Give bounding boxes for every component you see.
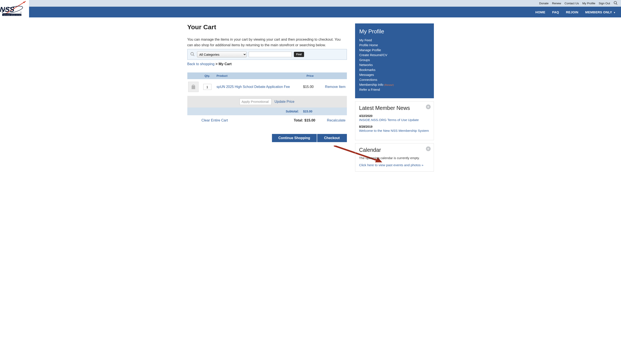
clear-cart-link[interactable]: Clear Entire Cart xyxy=(202,118,228,122)
storefront-search: All Categories Find xyxy=(187,49,347,60)
membership-info-link[interactable]: Membership Info xyxy=(359,83,383,86)
news-panel-title: Latest Member News xyxy=(359,105,430,111)
main-nav: HOME FAQ REJOIN MEMBERS ONLY ▼ xyxy=(0,7,621,17)
svg-text:NATIONAL SPACE SOCIETY: NATIONAL SPACE SOCIETY xyxy=(3,15,22,16)
header-product: Product xyxy=(215,74,293,77)
product-thumbnail xyxy=(188,82,199,92)
nss-logo[interactable]: NSS NATIONAL SPACE SOCIETY ® xyxy=(0,0,29,18)
news-item: 4/22/2020 INSIDE.NSS.ORG Terms of Use Up… xyxy=(359,114,430,122)
cart-table: Qty. Product Price spUN 2025 High School… xyxy=(187,72,347,125)
my-profile-panel: My Profile My Feed Profile Home Manage P… xyxy=(355,23,434,98)
calendar-panel-title: Calendar xyxy=(359,147,430,153)
recalculate-link[interactable]: Recalculate xyxy=(327,118,345,122)
past-events-link[interactable]: Click here to view past events and photo… xyxy=(359,163,424,167)
item-price: $15.00 xyxy=(293,85,317,89)
search-input[interactable] xyxy=(249,52,292,57)
quantity-input[interactable] xyxy=(203,84,211,90)
svg-point-9 xyxy=(190,52,193,55)
checkout-button[interactable]: Checkout xyxy=(317,134,347,142)
news-link[interactable]: INSIDE.NSS.ORG Terms of Use Update xyxy=(359,118,419,122)
page-title: Your Cart xyxy=(187,23,347,31)
profile-feed-link[interactable]: My Feed xyxy=(359,38,372,42)
total-label: Total: xyxy=(294,118,303,122)
messages-link[interactable]: Messages xyxy=(359,73,374,77)
svg-text:®: ® xyxy=(20,12,21,13)
search-icon[interactable] xyxy=(613,1,618,6)
sign-out-link[interactable]: Sign Out xyxy=(599,2,610,5)
news-item: 8/28/2019 Welcome to the New NSS Members… xyxy=(359,125,430,133)
subtotal-value: $15.00 xyxy=(303,110,312,113)
breadcrumb: Back to shopping > My Cart xyxy=(187,62,347,66)
category-select[interactable]: All Categories xyxy=(197,51,246,57)
nav-faq[interactable]: FAQ xyxy=(552,10,559,14)
plus-icon[interactable]: + xyxy=(426,146,431,151)
svg-rect-11 xyxy=(192,86,195,89)
subtotal-label: Subtotal: xyxy=(286,110,299,113)
breadcrumb-separator: > xyxy=(214,62,219,66)
renew-link[interactable]: Renew xyxy=(552,2,561,5)
news-date: 8/28/2019 xyxy=(359,125,430,128)
profile-panel-title: My Profile xyxy=(359,28,430,35)
header-qty: Qty. xyxy=(200,74,215,77)
find-button[interactable]: Find xyxy=(294,52,304,57)
cart-item-row: spUN 2025 High School Debate Application… xyxy=(187,79,347,96)
profile-home-link[interactable]: Profile Home xyxy=(359,43,378,47)
caret-down-icon: ▼ xyxy=(613,11,616,14)
svg-line-1 xyxy=(616,4,617,5)
connections-link[interactable]: Connections xyxy=(359,78,377,81)
bookmarks-link[interactable]: Bookmarks xyxy=(359,68,376,72)
subtotal-row: Subtotal: $15.00 xyxy=(187,108,347,115)
networks-link[interactable]: Networks xyxy=(359,63,373,67)
calendar-empty-text: The upcoming calendar is currently empty… xyxy=(359,156,430,160)
magnifier-icon xyxy=(190,52,195,57)
product-name-link[interactable]: spUN 2025 High School Debate Application… xyxy=(217,85,290,89)
total-value: $15.00 xyxy=(305,118,315,122)
member-news-panel: + Latest Member News 4/22/2020 INSIDE.NS… xyxy=(355,101,434,140)
continue-shopping-button[interactable]: Continue Shopping xyxy=(272,134,317,142)
promo-row: Update Price xyxy=(187,96,347,108)
breadcrumb-current: My Cart xyxy=(219,62,232,66)
header-price: Price xyxy=(293,74,317,77)
action-buttons: Continue Shopping Checkout xyxy=(187,134,347,142)
refer-friend-link[interactable]: Refer a Friend xyxy=(359,88,380,91)
nav-members-only[interactable]: MEMBERS ONLY ▼ xyxy=(585,10,616,14)
create-resume-link[interactable]: Create Resumé/CV xyxy=(359,53,387,57)
total-row: Clear Entire Cart Total: $15.00 Recalcul… xyxy=(187,115,347,125)
calendar-panel: + Calendar The upcoming calendar is curr… xyxy=(355,143,434,172)
plus-icon[interactable]: + xyxy=(426,105,431,109)
update-price-link[interactable]: Update Price xyxy=(275,100,294,104)
contact-link[interactable]: Contact Us xyxy=(565,2,579,5)
donate-link[interactable]: Donate xyxy=(539,2,549,5)
page-description: You can manage the items in your cart by… xyxy=(187,37,347,48)
news-date: 4/22/2020 xyxy=(359,114,430,118)
utility-nav: Donate Renew Contact Us My Profile Sign … xyxy=(0,0,621,7)
manage-profile-link[interactable]: Manage Profile xyxy=(359,48,381,52)
groups-link[interactable]: Groups xyxy=(359,58,370,62)
remove-item-link[interactable]: Remove Item xyxy=(325,85,345,89)
nav-rejoin[interactable]: REJOIN xyxy=(566,10,578,14)
promo-code-input[interactable] xyxy=(240,98,272,105)
svg-line-10 xyxy=(193,55,194,56)
my-profile-link[interactable]: My Profile xyxy=(582,2,595,5)
svg-point-0 xyxy=(614,1,617,4)
back-to-shopping-link[interactable]: Back to shopping xyxy=(187,62,215,66)
nav-home[interactable]: HOME xyxy=(535,10,545,14)
renew-tag[interactable]: (Renew!) xyxy=(384,84,394,86)
news-link[interactable]: Welcome to the New NSS Membership System xyxy=(359,129,429,132)
cart-header-row: Qty. Product Price xyxy=(187,72,347,79)
